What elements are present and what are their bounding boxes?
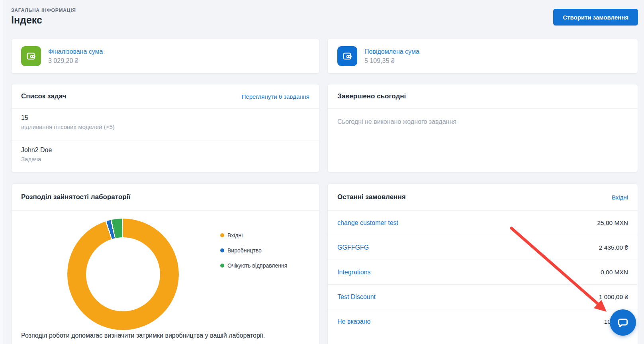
stat-label[interactable]: Фіналізована сума [48,48,103,55]
stat-label[interactable]: Повідомлена сума [364,48,419,55]
completed-today-card: Завершено сьогодні Сьогодні не виконано … [327,84,638,172]
legend-item: Вхідні [220,232,287,238]
order-row[interactable]: Integrations 0,00 MXN [328,260,638,285]
collapsed-sidebar-edge [0,0,4,344]
legend-label: Вхідні [227,232,243,238]
task-secondary: відливання гіпсових моделей (×5) [21,123,309,130]
stat-value: 3 029,20 ₴ [48,57,103,64]
order-row[interactable]: GGFFGFG 2 435,00 ₴ [328,235,638,260]
stat-texts: Повідомлена сума 5 109,35 ₴ [364,48,419,64]
card-title: Розподіл зайнятості лабораторії [21,193,130,201]
order-row[interactable]: Не вказано 100,00 ₴ [328,309,638,334]
order-name-link[interactable]: change customer test [337,219,398,227]
order-row[interactable]: change customer test 25,00 MXN [328,211,638,235]
stat-texts: Фіналізована сума 3 029,20 ₴ [48,48,103,64]
order-amount: 2 435,00 ₴ [599,244,628,251]
task-row[interactable]: 15 відливання гіпсових моделей (×5) [12,109,319,141]
create-order-button[interactable]: Створити замовлення [553,9,638,25]
empty-state-text: Сьогодні не виконано жодного завдання [328,109,638,135]
occupancy-donut [67,219,179,330]
chat-bubble-icon [617,316,629,329]
lab-occupancy-card: Розподіл зайнятості лабораторії Вхідні В… [11,184,319,344]
legend-item: Очікують відправлення [220,262,287,269]
legend-label: Очікують відправлення [227,262,287,269]
chart-legend: Вхідні Виробництво Очікують відправлення [220,232,287,269]
order-name-link[interactable]: Не вказано [337,318,370,325]
legend-dot-icon [220,248,224,252]
order-amount: 1 000,00 ₴ [599,293,628,301]
card-title: Список задач [21,92,66,100]
order-amount: 25,00 MXN [597,219,628,227]
task-secondary: Задача [21,156,309,162]
legend-dot-icon [220,233,224,237]
orders-filter-link[interactable]: Вхідні [612,194,628,201]
order-name-link[interactable]: GGFFGFG [337,244,369,251]
order-amount: 0,00 MXN [601,269,628,276]
finalized-sum-card: Фіналізована сума 3 029,20 ₴ [11,39,319,74]
wallet-icon [337,46,357,66]
page-title: Індекс [11,14,42,26]
completed-today-header: Завершено сьогодні [328,84,638,109]
task-primary: John2 Doe [21,147,309,154]
stat-value: 5 109,35 ₴ [364,57,419,64]
task-row[interactable]: John2 Doe Задача [12,141,319,173]
legend-dot-icon [220,264,224,268]
chat-launcher-button[interactable] [610,309,636,336]
lab-occupancy-header: Розподіл зайнятості лабораторії [12,184,319,211]
card-title: Завершено сьогодні [337,92,406,100]
view-tasks-link[interactable]: Переглянути 6 завдання [242,93,309,100]
order-name-link[interactable]: Test Discount [337,293,376,301]
card-title: Останні замовлення [337,193,406,201]
order-row[interactable]: Test Discount 1 000,00 ₴ [328,285,638,309]
legend-item: Виробництво [220,247,287,254]
task-primary: 15 [21,114,309,121]
reported-sum-card: Повідомлена сума 5 109,35 ₴ [327,39,638,74]
legend-label: Виробництво [227,247,262,254]
task-list-header: Список задач Переглянути 6 завдання [12,84,319,109]
breadcrumb-section-label: ЗАГАЛЬНА ІНФОРМАЦІЯ [11,8,76,13]
task-list-card: Список задач Переглянути 6 завдання 15 в… [11,84,319,172]
dashboard-page: ЗАГАЛЬНА ІНФОРМАЦІЯ Індекс Створити замо… [0,0,644,344]
recent-orders-card: Останні замовлення Вхідні change custome… [327,184,638,344]
recent-orders-header: Останні замовлення Вхідні [328,184,638,211]
order-name-link[interactable]: Integrations [337,269,371,276]
wallet-icon [21,46,41,66]
chart-caption: Розподіл роботи допомагає визначити затр… [21,332,309,339]
